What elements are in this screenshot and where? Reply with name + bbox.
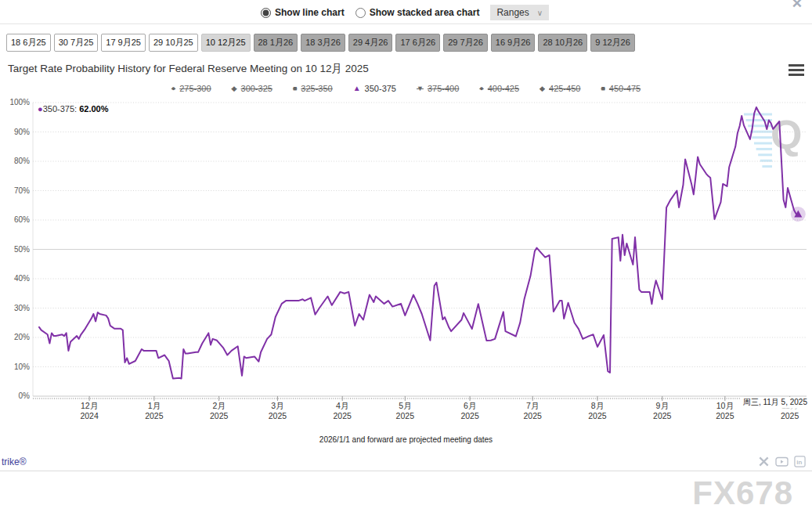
x-axis-month-label: 1月 [127, 401, 182, 412]
x-axis-month-label: 6月 [442, 401, 497, 412]
x-axis-year-label: 2024 [62, 411, 117, 420]
x-axis-month-label: 3月 [250, 401, 305, 412]
y-axis-label-40%: 40% [0, 274, 30, 283]
x-axis-year-label: 2025 [763, 411, 812, 420]
x-twitter-icon[interactable] [758, 456, 770, 467]
tooltip-label: ●350-375: 62.00% [36, 104, 110, 114]
probability-line-chart[interactable] [0, 0, 812, 523]
tooltip-series: 350-375 [43, 104, 74, 114]
linkedin-icon[interactable]: in [794, 456, 806, 467]
crosshair-date-label: 周三, 11月 5, 2025 [741, 397, 810, 408]
x-axis-year-label: 2025 [505, 411, 560, 420]
y-axis-label-20%: 20% [0, 333, 30, 341]
x-axis-year-label: 2025 [192, 411, 247, 420]
fedwatch-probability-page: Show line chart Show stacked area chart … [0, 0, 812, 523]
x-axis-year-label: 2025 [442, 411, 497, 420]
y-axis-label-100%: 100% [0, 98, 30, 106]
y-axis-label-90%: 90% [0, 128, 30, 136]
y-axis-label-0%: 0% [0, 391, 30, 400]
x-axis-year-label: 2025 [127, 411, 182, 420]
y-axis-label-10%: 10% [0, 362, 30, 371]
y-axis-label-70%: 70% [0, 186, 30, 195]
x-axis-year-label: 2025 [377, 411, 432, 420]
tooltip-marker-icon: ● [38, 104, 43, 114]
svg-text:in: in [796, 459, 802, 466]
y-axis-label-80%: 80% [0, 157, 30, 165]
x-axis-month-label: 9月 [635, 401, 690, 412]
x-axis-year-label: 2025 [250, 411, 305, 420]
y-axis-label-30%: 30% [0, 304, 30, 312]
youtube-icon[interactable] [775, 456, 789, 467]
x-axis-year-label: 2025 [570, 411, 625, 420]
x-axis-month-label: 12月 [62, 401, 117, 412]
x-axis-year-label: 2025 [635, 411, 690, 420]
x-axis-year-label: 2025 [315, 411, 370, 420]
y-axis-label-50%: 50% [0, 245, 30, 254]
tooltip-value: 62.00% [79, 104, 108, 114]
projected-dates-note: 2026/1/1 and forward are projected meeti… [0, 435, 812, 444]
social-links: in [758, 456, 806, 467]
x-axis-month-label: 2月 [192, 401, 247, 412]
x-axis-year-label: 2025 [698, 411, 752, 420]
x-axis-month-label: 8月 [570, 401, 625, 412]
x-axis-month-label: 5月 [377, 401, 432, 412]
x-axis-month-label: 4月 [315, 401, 370, 412]
x-axis-month-label: 7月 [505, 401, 560, 412]
y-axis-label-60%: 60% [0, 215, 30, 224]
series-line-350-375 [39, 107, 798, 379]
